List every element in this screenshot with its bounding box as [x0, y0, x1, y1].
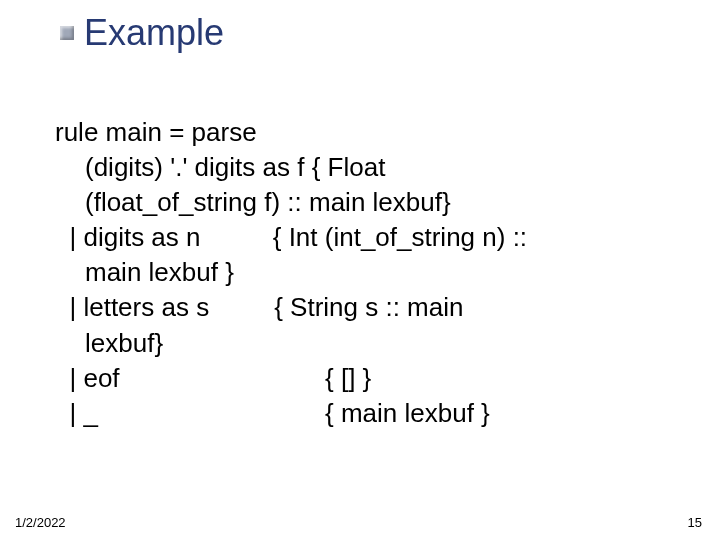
code-text: | letters as s { String s :: main [69, 292, 463, 322]
code-line: | _ { main lexbuf } [55, 396, 680, 431]
footer: 1/2/2022 15 [0, 510, 720, 530]
code-line: main lexbuf } [55, 255, 680, 290]
code-text: { [] } [325, 361, 371, 396]
code-line: rule main = parse [55, 115, 680, 150]
code-text: | digits as n { Int (int_of_string n) :: [69, 222, 527, 252]
title-bullet-icon [60, 26, 74, 40]
code-line: (digits) '.' digits as f { Float [55, 150, 680, 185]
code-text: { main lexbuf } [325, 396, 490, 431]
footer-page-number: 15 [688, 515, 702, 530]
code-line: lexbuf} [55, 326, 680, 361]
code-line: | letters as s { String s :: main [55, 290, 680, 325]
title-row: Example [60, 12, 224, 54]
code-line: (float_of_string f) :: main lexbuf} [55, 185, 680, 220]
footer-date: 1/2/2022 [15, 515, 66, 530]
code-text: | _ [69, 398, 97, 428]
code-line: | eof { [] } [55, 361, 680, 396]
slide: Example rule main = parse (digits) '.' d… [0, 0, 720, 540]
code-text: | eof [69, 363, 119, 393]
slide-body: rule main = parse (digits) '.' digits as… [55, 115, 680, 431]
code-line: | digits as n { Int (int_of_string n) :: [55, 220, 680, 255]
slide-title: Example [84, 12, 224, 54]
